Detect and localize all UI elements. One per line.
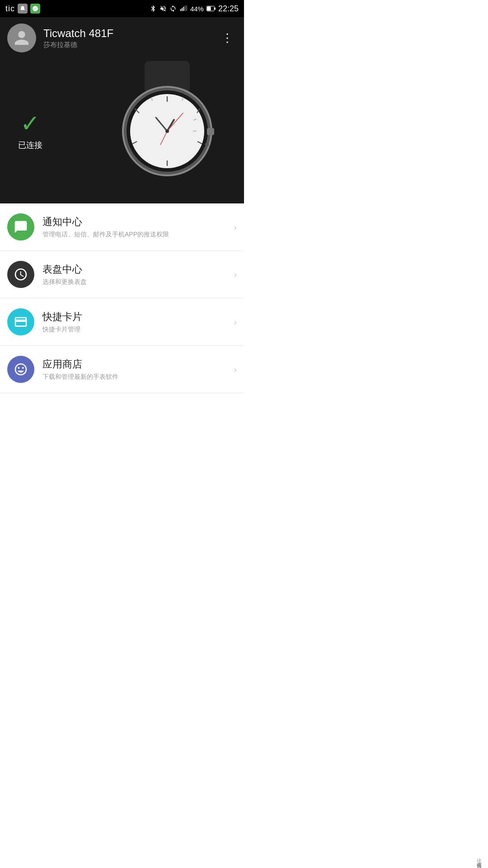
appstore-title: 应用商店 bbox=[42, 358, 225, 371]
appstore-menu-icon bbox=[7, 356, 34, 383]
watchface-menu-icon bbox=[7, 261, 34, 288]
notification-text: 通知中心 管理电话、短信、邮件及手机APP的推送权限 bbox=[42, 215, 225, 239]
svg-rect-2 bbox=[180, 9, 181, 11]
svg-rect-3 bbox=[182, 8, 183, 11]
menu-item-quickcard[interactable]: 快捷卡片 快捷卡片管理 › bbox=[0, 298, 244, 346]
menu-section: 通知中心 管理电话、短信、邮件及手机APP的推送权限 › 表盘中心 选择和更换表… bbox=[0, 203, 244, 393]
watch-svg bbox=[99, 61, 235, 201]
more-button[interactable]: ⋮ bbox=[219, 28, 237, 48]
time-label: 22:25 bbox=[218, 4, 239, 14]
watchface-arrow: › bbox=[234, 269, 237, 280]
notification-icon bbox=[18, 4, 28, 14]
appstore-text: 应用商店 下载和管理最新的手表软件 bbox=[42, 358, 225, 381]
volume-mute-icon bbox=[160, 5, 167, 12]
app-name-label: tic bbox=[5, 4, 15, 14]
svg-rect-8 bbox=[214, 8, 216, 10]
clock-icon bbox=[14, 267, 28, 282]
quickcard-arrow: › bbox=[234, 317, 237, 327]
battery-icon bbox=[206, 5, 216, 12]
notification-subtitle: 管理电话、短信、邮件及手机APP的推送权限 bbox=[42, 231, 225, 239]
quickcard-subtitle: 快捷卡片管理 bbox=[42, 326, 225, 334]
avatar-icon bbox=[13, 29, 30, 47]
watchface-subtitle: 选择和更换表盘 bbox=[42, 278, 225, 286]
watch-illustration bbox=[86, 59, 244, 203]
hero-section: ✓ 已连接 bbox=[0, 59, 244, 203]
appstore-arrow: › bbox=[234, 364, 237, 375]
svg-rect-6 bbox=[186, 5, 187, 11]
svg-rect-4 bbox=[183, 7, 184, 11]
svg-rect-5 bbox=[185, 5, 186, 11]
signal-icon bbox=[179, 5, 188, 12]
svg-point-32 bbox=[205, 143, 209, 146]
svg-point-30 bbox=[165, 129, 169, 133]
avatar bbox=[7, 24, 36, 52]
notification-arrow: › bbox=[234, 222, 237, 232]
chat-bubble-icon bbox=[14, 220, 28, 234]
svg-rect-31 bbox=[207, 128, 214, 135]
device-subtitle: 莎布拉基德 bbox=[43, 41, 211, 49]
connected-status: ✓ 已连接 bbox=[18, 112, 42, 151]
sync-icon bbox=[169, 5, 177, 12]
connected-text: 已连接 bbox=[18, 140, 42, 151]
quickcard-text: 快捷卡片 快捷卡片管理 bbox=[42, 310, 225, 334]
app-header: Ticwatch 481F 莎布拉基德 ⋮ bbox=[0, 17, 244, 59]
header-text: Ticwatch 481F 莎布拉基德 bbox=[43, 27, 211, 49]
cards-icon bbox=[14, 315, 28, 329]
notification-menu-icon bbox=[7, 213, 34, 241]
menu-item-watchface[interactable]: 表盘中心 选择和更换表盘 › bbox=[0, 251, 244, 298]
appstore-subtitle: 下载和管理最新的手表软件 bbox=[42, 373, 225, 381]
device-name: Ticwatch 481F bbox=[43, 27, 211, 40]
quickcard-menu-icon bbox=[7, 308, 34, 335]
bluetooth-icon bbox=[150, 5, 157, 12]
smile-icon bbox=[14, 362, 28, 377]
check-icon: ✓ bbox=[20, 112, 40, 135]
notification-title: 通知中心 bbox=[42, 215, 225, 229]
quickcard-title: 快捷卡片 bbox=[42, 310, 225, 324]
menu-item-notification[interactable]: 通知中心 管理电话、短信、邮件及手机APP的推送权限 › bbox=[0, 203, 244, 251]
status-left: tic bbox=[5, 4, 40, 14]
battery-label: 44% bbox=[190, 5, 204, 13]
watchface-text: 表盘中心 选择和更换表盘 bbox=[42, 263, 225, 286]
svg-rect-9 bbox=[207, 6, 211, 10]
watchface-title: 表盘中心 bbox=[42, 263, 225, 276]
status-bar: tic bbox=[0, 0, 244, 17]
menu-item-appstore[interactable]: 应用商店 下载和管理最新的手表软件 › bbox=[0, 346, 244, 393]
status-right: 44% 22:25 bbox=[150, 4, 239, 14]
wechat-icon bbox=[30, 4, 40, 14]
